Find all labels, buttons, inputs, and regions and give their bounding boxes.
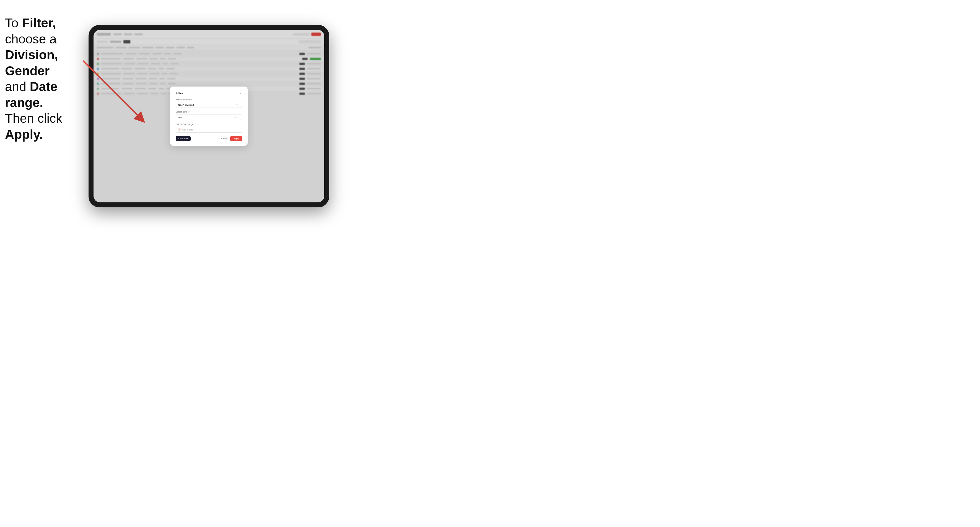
tablet-device: Filter × Select a division NCAA Division… bbox=[89, 25, 329, 207]
tablet-screen: Filter × Select a division NCAA Division… bbox=[94, 30, 324, 202]
division-arrows-icon: ⌃⌄ bbox=[237, 104, 240, 106]
instruction-line3: and Date range. bbox=[5, 79, 87, 111]
clear-filter-button[interactable]: Clear filter bbox=[176, 136, 191, 141]
division-label: Select a division bbox=[176, 98, 242, 101]
modal-footer: Clear filter Cancel Apply bbox=[176, 136, 242, 141]
gender-field: Select gender Men × ⌃⌄ bbox=[176, 111, 242, 120]
date-range-field: Select Date range 📅 Pick a date bbox=[176, 123, 242, 133]
instruction-block: To Filter, choose a Division, Gender and… bbox=[5, 15, 87, 142]
cancel-button[interactable]: Cancel bbox=[221, 137, 228, 140]
instruction-line4: Then click Apply. bbox=[5, 111, 87, 142]
division-select[interactable]: NCAA Division I × ⌃⌄ bbox=[176, 102, 242, 108]
modal-close-button[interactable]: × bbox=[239, 92, 242, 95]
gender-clear-icon[interactable]: × bbox=[235, 116, 236, 119]
gender-label: Select gender bbox=[176, 111, 242, 113]
modal-header: Filter × bbox=[176, 92, 242, 95]
instruction-prefix: To bbox=[5, 16, 22, 30]
division-select-controls: × ⌃⌄ bbox=[235, 104, 240, 106]
division-field: Select a division NCAA Division I × ⌃⌄ bbox=[176, 98, 242, 108]
apply-button[interactable]: Apply bbox=[230, 136, 242, 141]
instruction-filter-word: Filter, bbox=[22, 16, 56, 30]
instruction-text: To Filter, choose a bbox=[5, 15, 87, 47]
gender-select[interactable]: Men × ⌃⌄ bbox=[176, 114, 242, 120]
calendar-icon: 📅 bbox=[178, 129, 181, 131]
gender-value: Men bbox=[178, 116, 235, 119]
instruction-choose: choose a bbox=[5, 32, 57, 46]
modal-footer-right: Cancel Apply bbox=[221, 136, 242, 141]
instruction-line2: Division, Gender bbox=[5, 47, 87, 79]
division-clear-icon[interactable]: × bbox=[235, 104, 236, 106]
division-value: NCAA Division I bbox=[178, 104, 235, 106]
filter-modal: Filter × Select a division NCAA Division… bbox=[170, 87, 248, 146]
date-range-label: Select Date range bbox=[176, 123, 242, 125]
date-range-input[interactable]: 📅 Pick a date bbox=[176, 127, 242, 133]
modal-overlay: Filter × Select a division NCAA Division… bbox=[94, 30, 324, 202]
gender-select-controls: × ⌃⌄ bbox=[235, 116, 240, 119]
date-placeholder: Pick a date bbox=[182, 129, 193, 131]
modal-title: Filter bbox=[176, 92, 183, 95]
gender-arrows-icon: ⌃⌄ bbox=[237, 116, 240, 118]
